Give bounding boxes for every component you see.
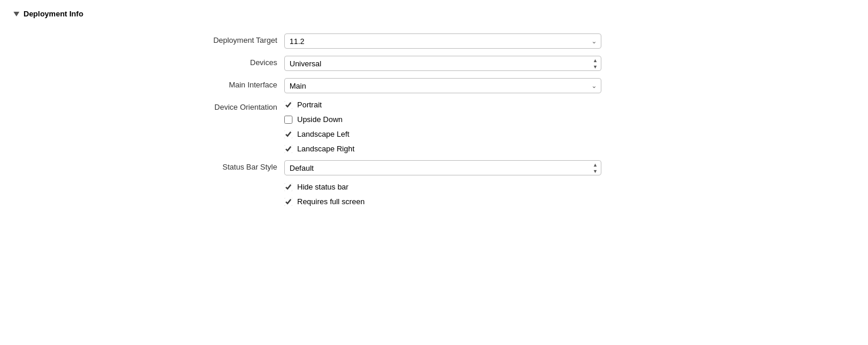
deployment-target-select[interactable]: 11.2 11.1 11.0 10.3	[284, 33, 601, 49]
hide-status-bar-checkbox[interactable]	[284, 183, 292, 191]
main-interface-label: Main Interface	[14, 78, 284, 89]
status-bar-style-row: Status Bar Style Default Light Content D…	[14, 157, 854, 179]
main-interface-row: Main Interface Main LaunchScreen ⌄	[14, 75, 854, 97]
upside-down-label: Upside Down	[297, 115, 342, 124]
requires-full-screen-label: Requires full screen	[297, 197, 365, 206]
requires-full-screen-checkbox-row: Requires full screen	[284, 197, 601, 206]
section-title: Deployment Info	[23, 9, 83, 18]
devices-label: Devices	[14, 56, 284, 67]
section-header: Deployment Info	[14, 9, 854, 18]
device-orientation-checkboxes: Portrait Upside Down Landscape Left Land…	[284, 100, 601, 153]
upside-down-checkbox[interactable]	[284, 116, 292, 124]
main-interface-control: Main LaunchScreen ⌄	[284, 78, 601, 93]
status-bar-options-empty-label	[14, 182, 284, 185]
deployment-target-control: 11.2 11.1 11.0 10.3 ⌄	[284, 33, 601, 49]
portrait-checkbox-row: Portrait	[284, 100, 601, 109]
form-rows: Deployment Target 11.2 11.1 11.0 10.3 ⌄ …	[14, 30, 854, 209]
devices-control: Universal iPhone iPad ▴ ▾	[284, 56, 601, 71]
main-interface-select[interactable]: Main LaunchScreen	[284, 78, 601, 93]
hide-status-bar-label: Hide status bar	[297, 182, 348, 191]
main-interface-select-wrapper: Main LaunchScreen ⌄	[284, 78, 601, 93]
device-orientation-row: Device Orientation Portrait Upside Down …	[14, 97, 854, 157]
portrait-checkbox[interactable]	[284, 101, 292, 109]
status-bar-checkboxes: Hide status bar Requires full screen	[284, 182, 601, 206]
deployment-target-row: Deployment Target 11.2 11.1 11.0 10.3 ⌄	[14, 30, 854, 52]
upside-down-checkbox-row: Upside Down	[284, 115, 601, 124]
landscape-right-checkbox-row: Landscape Right	[284, 144, 601, 153]
deployment-info-section: Deployment Info Deployment Target 11.2 1…	[0, 0, 868, 219]
status-bar-options-control: Hide status bar Requires full screen	[284, 182, 601, 206]
devices-select[interactable]: Universal iPhone iPad	[284, 56, 601, 71]
requires-full-screen-checkbox[interactable]	[284, 198, 292, 206]
devices-select-wrapper: Universal iPhone iPad ▴ ▾	[284, 56, 601, 71]
status-bar-style-control: Default Light Content Dark Content ▴ ▾	[284, 160, 601, 175]
devices-row: Devices Universal iPhone iPad ▴ ▾	[14, 52, 854, 75]
deployment-target-label: Deployment Target	[14, 33, 284, 45]
landscape-right-label: Landscape Right	[297, 144, 355, 153]
landscape-left-checkbox[interactable]	[284, 130, 292, 138]
landscape-left-label: Landscape Left	[297, 130, 349, 138]
status-bar-style-label: Status Bar Style	[14, 160, 284, 171]
deployment-target-select-wrapper: 11.2 11.1 11.0 10.3 ⌄	[284, 33, 601, 49]
status-bar-options-row: Hide status bar Requires full screen	[14, 179, 854, 209]
status-bar-style-select-wrapper: Default Light Content Dark Content ▴ ▾	[284, 160, 601, 175]
device-orientation-label: Device Orientation	[14, 100, 284, 111]
hide-status-bar-checkbox-row: Hide status bar	[284, 182, 601, 191]
device-orientation-control: Portrait Upside Down Landscape Left Land…	[284, 100, 601, 153]
collapse-icon[interactable]	[14, 12, 19, 16]
landscape-right-checkbox[interactable]	[284, 145, 292, 153]
landscape-left-checkbox-row: Landscape Left	[284, 130, 601, 138]
status-bar-style-select[interactable]: Default Light Content Dark Content	[284, 160, 601, 175]
portrait-label: Portrait	[297, 100, 322, 109]
